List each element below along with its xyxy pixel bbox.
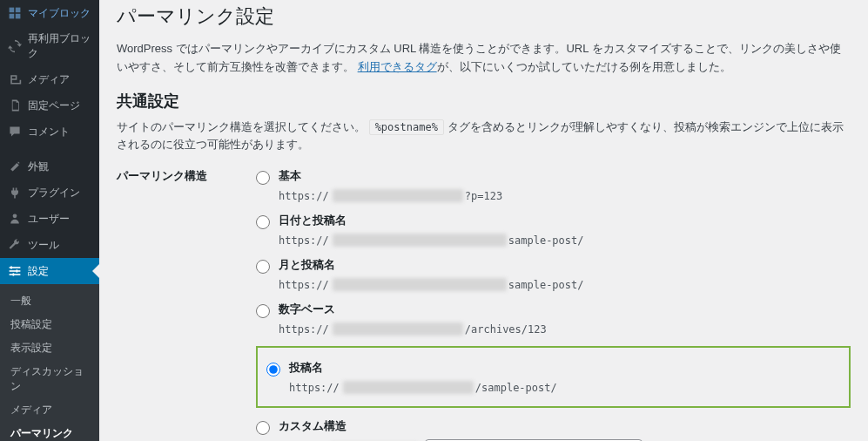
recycle-icon (7, 38, 23, 54)
permalink-radio-0[interactable] (256, 171, 270, 185)
plug-icon (7, 185, 23, 200)
svg-rect-7 (10, 274, 21, 275)
sidebar-item-label: ツール (28, 238, 92, 253)
grid-icon (7, 5, 23, 21)
svg-rect-9 (17, 269, 18, 272)
sidebar-item-7[interactable]: ユーザー (0, 206, 99, 232)
permalink-example-url: https:///sample-post/ (289, 381, 840, 394)
sidebar-item-8[interactable]: ツール (0, 232, 99, 258)
sidebar-item-1[interactable]: 再利用ブロック (0, 26, 99, 66)
permalink-radio-2[interactable] (256, 260, 270, 274)
permalink-radio-3[interactable] (256, 304, 270, 318)
permalink-example-url: https://?p=123 (279, 189, 851, 202)
submenu-item-5[interactable]: パーマリンク (0, 422, 99, 441)
permalink-radio-5[interactable] (256, 421, 270, 435)
comment-icon (7, 124, 23, 139)
submenu-item-4[interactable]: メディア (0, 398, 99, 422)
submenu-item-2[interactable]: 表示設定 (0, 336, 99, 360)
permalink-option-3: 数字ベースhttps:///archives/123 (256, 296, 851, 341)
permalink-option-label[interactable]: 月と投稿名 (279, 258, 335, 271)
svg-rect-6 (10, 270, 21, 272)
permalink-option-label[interactable]: 投稿名 (289, 361, 323, 374)
sidebar-item-0[interactable]: マイブロック (0, 0, 99, 26)
permalink-radio-4[interactable] (266, 363, 280, 377)
sidebar-item-label: 設定 (28, 264, 92, 279)
sidebar-item-9[interactable]: 設定 (0, 258, 99, 284)
permalink-option-label[interactable]: 日付と投稿名 (279, 214, 347, 227)
sidebar-item-label: 固定ページ (28, 98, 92, 113)
common-settings-description: サイトのパーマリンク構造を選択してください。 %postname% タグを含める… (117, 119, 851, 155)
sidebar-item-label: 外観 (28, 159, 92, 174)
permalink-option-2: 月と投稿名https://sample-post/ (256, 252, 851, 296)
svg-rect-10 (13, 273, 15, 275)
sidebar-item-6[interactable]: プラグイン (0, 180, 99, 206)
permalink-option-1: 日付と投稿名https://sample-post/ (256, 207, 851, 252)
page-icon (7, 98, 23, 113)
permalink-example-url: https://sample-post/ (279, 278, 851, 291)
sidebar-item-label: コメント (28, 125, 92, 139)
sidebar-item-label: プラグイン (28, 186, 92, 200)
submenu-item-0[interactable]: 一般 (0, 289, 99, 313)
permalink-option-label[interactable]: 基本 (279, 169, 301, 182)
permalink-option-4: 投稿名https:///sample-post/ (266, 355, 840, 399)
sidebar-item-4[interactable]: コメント (0, 119, 99, 145)
permalink-example-url: https:///archives/123 (279, 322, 851, 336)
svg-rect-8 (10, 266, 12, 268)
sidebar-item-label: ユーザー (28, 212, 92, 227)
permalink-example-url: https://sample-post/ (279, 234, 851, 247)
permalink-option-5: カスタム構造https://利用可能なタグ:%year%%monthnum%%d… (256, 413, 851, 441)
sidebar-item-5[interactable]: 外観 (0, 153, 99, 180)
submenu-item-1[interactable]: 投稿設定 (0, 313, 99, 336)
tool-icon (7, 237, 23, 253)
sidebar-item-label: マイブロック (28, 6, 92, 21)
svg-rect-0 (10, 8, 15, 13)
svg-rect-3 (16, 14, 21, 19)
available-tags-link[interactable]: 利用できるタグ (358, 60, 437, 73)
svg-point-4 (13, 214, 17, 218)
settings-icon (7, 263, 23, 279)
permalink-option-label[interactable]: カスタム構造 (279, 419, 347, 432)
brush-icon (7, 159, 23, 174)
page-title: パーマリンク設定 (117, 3, 851, 30)
permalink-structure-label: パーマリンク構造 (117, 163, 256, 441)
permalink-option-label[interactable]: 数字ベース (279, 302, 335, 315)
submenu-item-3[interactable]: ディスカッション (0, 360, 99, 398)
intro-paragraph: WordPress ではパーマリンクやアーカイブにカスタム URL 構造を使うこ… (117, 40, 851, 77)
user-icon (7, 211, 23, 227)
svg-rect-1 (16, 8, 21, 13)
permalink-radio-1[interactable] (256, 215, 270, 229)
common-settings-heading: 共通設定 (117, 91, 851, 112)
media-icon (7, 71, 23, 87)
svg-rect-2 (10, 14, 15, 19)
sidebar-item-label: メディア (28, 72, 92, 87)
sidebar-item-label: 再利用ブロック (28, 31, 92, 61)
main-content: パーマリンク設定 WordPress ではパーマリンクやアーカイブにカスタム U… (99, 0, 868, 441)
sidebar-item-2[interactable]: メディア (0, 66, 99, 92)
sidebar-item-3[interactable]: 固定ページ (0, 92, 99, 119)
permalink-option-0: 基本https://?p=123 (256, 163, 851, 207)
